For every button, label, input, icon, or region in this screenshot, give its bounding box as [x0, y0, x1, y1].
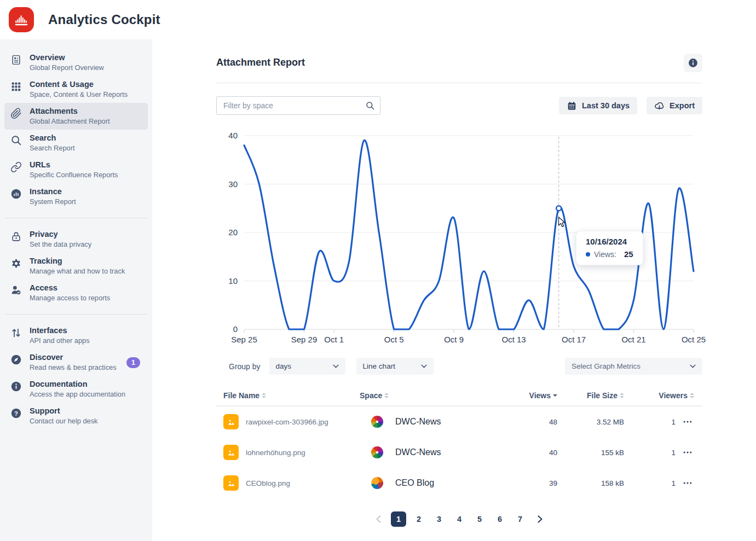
- column-header-viewers[interactable]: Viewers: [627, 391, 702, 400]
- sidebar-item-title: Documentation: [30, 379, 143, 389]
- sidebar-item-documentation[interactable]: DocumentationAccess the app documentatio…: [4, 376, 148, 403]
- sidebar-item-instance[interactable]: InstanceSystem Report: [4, 183, 148, 210]
- sidebar-item-subtitle: Read news & best practices: [30, 363, 143, 373]
- export-button[interactable]: Export: [647, 97, 702, 114]
- attachments-table: File NameSpaceViewsFile SizeViewers rawp…: [216, 391, 702, 498]
- pagination-page-4[interactable]: 4: [452, 511, 467, 527]
- file-name-link[interactable]: CEOblog.png: [246, 479, 290, 487]
- row-actions-menu-button[interactable]: [681, 446, 694, 459]
- sidebar-item-tracking[interactable]: TrackingManage what and how to track: [4, 253, 148, 280]
- group-by-interval-select[interactable]: days: [269, 358, 345, 375]
- pagination-page-7[interactable]: 7: [512, 511, 528, 527]
- views-value: 40: [516, 449, 560, 457]
- tooltip-date: 10/16/2024: [586, 237, 633, 246]
- pagination-page-2[interactable]: 2: [411, 511, 426, 527]
- sidebar-item-interfaces[interactable]: InterfacesAPI and other apps: [4, 322, 148, 349]
- x-axis-label: Sep 29: [291, 335, 318, 344]
- sidebar-item-urls[interactable]: URLsSpecific Confluence Reports: [4, 156, 148, 183]
- space-name-link[interactable]: DWC-News: [395, 447, 441, 457]
- sidebar-item-attachments[interactable]: AttachmentsGlobal Attachment Report: [4, 103, 148, 130]
- compass-icon: [10, 354, 22, 365]
- space-name-link[interactable]: DWC-News: [395, 417, 441, 427]
- sidebar-item-support[interactable]: ?SupportContact our help desk: [4, 403, 148, 429]
- sidebar-item-title: Content & Usage: [30, 79, 143, 90]
- image-file-icon: [223, 445, 239, 460]
- metrics-placeholder: Select Graph Metrics: [572, 362, 640, 370]
- cloud-download-icon: [654, 101, 665, 111]
- y-axis-label: 40: [228, 131, 238, 140]
- column-header-label: Space: [360, 391, 382, 400]
- lock-icon: [10, 231, 22, 242]
- paperclip-icon: [10, 108, 22, 119]
- pagination-page-1[interactable]: 1: [391, 511, 406, 527]
- x-axis-label: Oct 13: [502, 335, 526, 344]
- report-info-button[interactable]: [684, 54, 702, 72]
- chevron-down-icon: [333, 364, 339, 368]
- image-file-icon: [223, 475, 239, 491]
- column-header-space[interactable]: Space: [360, 391, 516, 400]
- column-header-label: Views: [529, 391, 551, 400]
- pagination-page-6[interactable]: 6: [492, 511, 507, 527]
- column-header-views[interactable]: Views: [516, 391, 560, 400]
- chevron-down-icon: [690, 364, 696, 368]
- arrows-up-down-icon: [10, 327, 22, 339]
- header-divider: [216, 83, 702, 83]
- x-axis-label: Oct 17: [562, 335, 586, 344]
- sidebar-item-subtitle: API and other apps: [30, 336, 143, 346]
- y-axis-label: 10: [228, 276, 238, 286]
- viewers-value: 1: [671, 418, 676, 426]
- sort-icon: [690, 393, 694, 398]
- column-header-file-name[interactable]: File Name: [216, 391, 360, 400]
- sort-icon: [262, 393, 266, 398]
- attachment-views-chart[interactable]: 010203040Sep 25Sep 29Oct 1Oct 5Oct 9Oct …: [216, 130, 702, 348]
- sidebar-item-subtitle: Global Attachment Report: [30, 117, 143, 126]
- x-axis-label: Oct 21: [621, 335, 645, 344]
- table-row: CEOblog.pngCEO Blog39158 kB1: [216, 468, 702, 498]
- column-header-file-size[interactable]: File Size: [560, 391, 627, 400]
- document-icon: [10, 54, 22, 66]
- group-by-label: Group by: [229, 362, 261, 371]
- sidebar-item-search[interactable]: SearchSearch Report: [4, 130, 148, 156]
- graph-metrics-select[interactable]: Select Graph Metrics: [565, 358, 702, 375]
- sidebar-item-title: Access: [30, 283, 143, 293]
- sidebar-divider: [5, 314, 147, 315]
- x-axis-label: Oct 1: [324, 335, 344, 344]
- sidebar-item-content-usage[interactable]: Content & UsageSpace, Content & User Rep…: [4, 76, 148, 103]
- instance-icon: [10, 188, 22, 200]
- grid-icon: [10, 81, 22, 92]
- sidebar-item-subtitle: Contact our help desk: [30, 417, 143, 426]
- pagination-page-5[interactable]: 5: [472, 511, 487, 527]
- calendar-icon: [567, 101, 577, 111]
- chart-type-select[interactable]: Line chart: [356, 358, 434, 375]
- pagination-page-3[interactable]: 3: [431, 511, 447, 527]
- pagination-next-button[interactable]: [533, 511, 547, 527]
- hover-point-marker: [556, 206, 561, 211]
- sidebar-item-subtitle: Global Report Overview: [30, 63, 143, 73]
- viewers-value: 1: [671, 449, 676, 457]
- sidebar-item-title: Privacy: [30, 229, 143, 240]
- file-name-link[interactable]: rawpixel-com-303966.jpg: [246, 418, 328, 426]
- file-size-value: 155 kB: [560, 449, 627, 457]
- sidebar-item-overview[interactable]: OverviewGlobal Report Overview: [4, 49, 148, 76]
- app-title: Analytics Cockpit: [48, 12, 160, 27]
- tooltip-value: 25: [624, 249, 633, 259]
- sidebar-item-subtitle: Manage access to reports: [30, 294, 143, 303]
- info-icon: [10, 381, 22, 392]
- sidebar-item-access[interactable]: AccessManage access to reports: [4, 280, 148, 306]
- chevron-down-icon: [421, 364, 427, 368]
- space-name-link[interactable]: CEO Blog: [395, 478, 434, 488]
- question-icon: ?: [10, 408, 22, 419]
- table-row: lohnerhöhung.pngDWC-News40155 kB1: [216, 437, 702, 468]
- sidebar-item-title: Instance: [30, 187, 143, 197]
- row-actions-menu-button[interactable]: [681, 415, 694, 428]
- sidebar-item-privacy[interactable]: PrivacySet the data privacy: [4, 226, 148, 253]
- file-name-link[interactable]: lohnerhöhung.png: [246, 449, 305, 457]
- sidebar-item-subtitle: Search Report: [30, 144, 143, 153]
- filter-by-space-input[interactable]: [216, 96, 380, 115]
- date-range-button[interactable]: Last 30 days: [559, 97, 637, 114]
- row-actions-menu-button[interactable]: [681, 476, 694, 490]
- sidebar-item-discover[interactable]: DiscoverRead news & best practices1: [4, 349, 148, 376]
- sidebar-item-title: Tracking: [30, 256, 143, 266]
- chart-tooltip: 10/16/2024 Views: 25: [576, 231, 643, 265]
- sort-desc-icon: [553, 394, 557, 397]
